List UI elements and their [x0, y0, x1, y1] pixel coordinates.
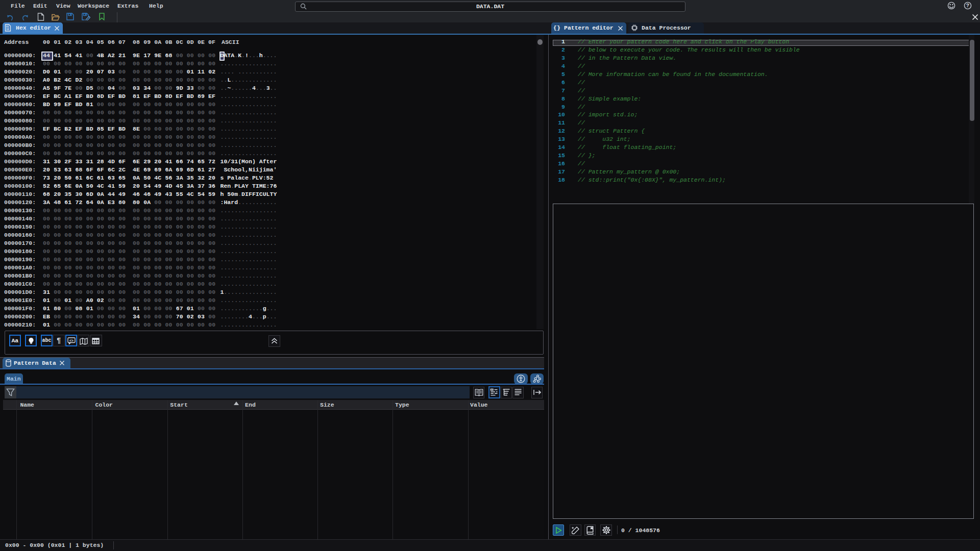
svg-text:?: ? [966, 3, 969, 9]
svg-text:<>: <> [69, 339, 74, 343]
svg-text:10: 10 [6, 28, 9, 31]
